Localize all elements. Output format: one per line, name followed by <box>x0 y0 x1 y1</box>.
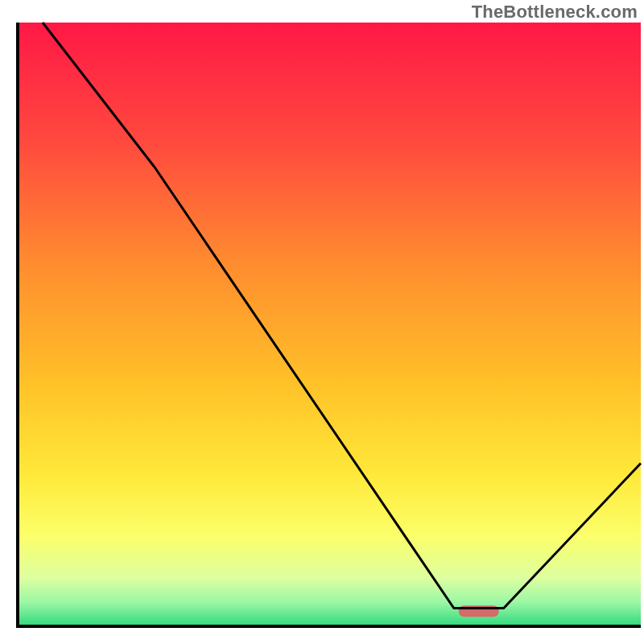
gradient-background <box>18 23 641 626</box>
bottleneck-chart <box>0 0 644 644</box>
